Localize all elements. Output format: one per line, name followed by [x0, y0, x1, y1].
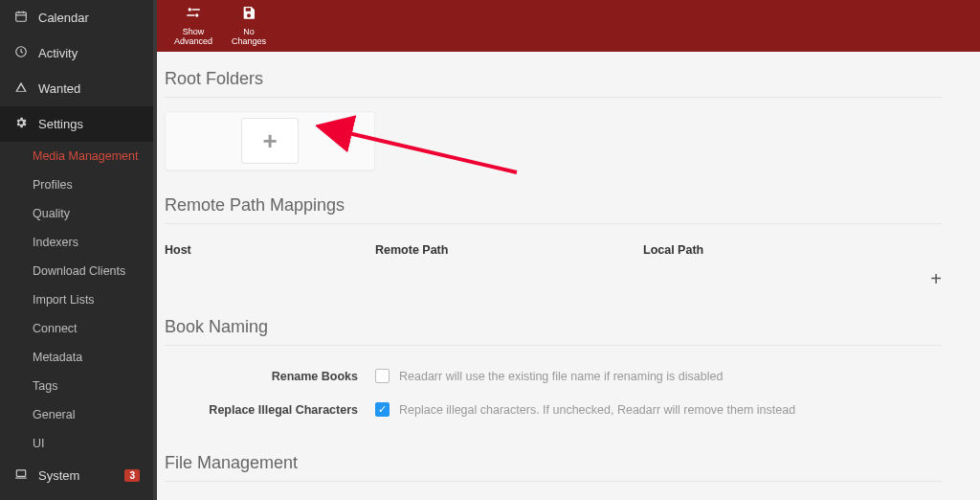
hint-rename-books: Readarr will use the existing file name … [399, 370, 723, 383]
tool-label-line1: No [243, 27, 255, 36]
sidebar-sub-media-management[interactable]: Media Management [0, 142, 153, 170]
sidebar-item-settings[interactable]: Settings [0, 106, 153, 142]
sidebar-item-label: System [38, 468, 79, 483]
add-remote-mapping-button[interactable]: + [165, 262, 942, 290]
label-rename-books: Rename Books [165, 370, 375, 383]
plus-icon: + [930, 268, 942, 289]
main: Show Advanced No Changes Root Folders + … [157, 0, 980, 500]
svg-rect-5 [16, 470, 25, 476]
sidebar-sub-ui[interactable]: UI [0, 429, 153, 458]
sidebar-sub-profiles[interactable]: Profiles [0, 170, 153, 199]
hint-replace-chars: Replace illegal characters. If unchecked… [399, 403, 795, 417]
sidebar-sub-general[interactable]: General [0, 400, 153, 429]
svg-rect-0 [16, 12, 27, 21]
sidebar-item-system[interactable]: System 3 [0, 458, 153, 493]
section-remote-mappings: Remote Path Mappings [165, 195, 942, 224]
content: Root Folders + Remote Path Mappings Host… [157, 52, 980, 500]
row-replace-chars: Replace Illegal Characters ✓ Replace ill… [165, 393, 942, 426]
sidebar-sub-metadata[interactable]: Metadata [0, 343, 153, 372]
tool-label-line2: Changes [232, 36, 266, 46]
sidebar-sub-connect[interactable]: Connect [0, 314, 153, 343]
system-badge: 3 [124, 469, 140, 482]
warning-icon [13, 80, 29, 97]
section-book-naming: Book Naming [165, 317, 942, 346]
sidebar-item-label: Wanted [38, 81, 80, 96]
gear-icon [13, 116, 29, 132]
sliders-icon [174, 5, 212, 24]
calendar-icon [13, 10, 29, 26]
laptop-icon [13, 467, 29, 484]
section-root-folders: Root Folders [165, 69, 942, 98]
sidebar-sub-download-clients[interactable]: Download Clients [0, 257, 153, 285]
plus-icon: + [262, 126, 277, 156]
sidebar-item-label: Settings [38, 117, 83, 131]
sidebar-item-label: Calendar [38, 11, 89, 25]
sidebar-item-activity[interactable]: Activity [0, 35, 153, 71]
sidebar-sub-indexers[interactable]: Indexers [0, 228, 153, 257]
clock-icon [13, 45, 29, 61]
save-icon [232, 5, 266, 24]
svg-rect-7 [192, 10, 200, 11]
sidebar-sub-quality[interactable]: Quality [0, 199, 153, 228]
remote-mappings-header: Host Remote Path Local Path [165, 238, 942, 262]
no-changes-button[interactable]: No Changes [226, 1, 272, 50]
col-host: Host [165, 243, 375, 257]
section-file-management: File Management [165, 453, 942, 482]
show-advanced-button[interactable]: Show Advanced [168, 1, 218, 50]
sidebar-item-label: Activity [38, 46, 78, 60]
row-ignore-deleted: Ignore Deleted Books Books deleted from … [165, 495, 942, 500]
app-root: Calendar Activity Wanted Settings Media … [0, 0, 980, 500]
col-local: Local Path [643, 243, 942, 257]
root-folder-add-card: + [165, 111, 375, 170]
svg-point-6 [189, 9, 191, 11]
sidebar: Calendar Activity Wanted Settings Media … [0, 0, 153, 500]
add-root-folder-button[interactable]: + [241, 118, 299, 164]
replace-chars-checkbox[interactable]: ✓ [375, 402, 390, 417]
rename-books-checkbox[interactable] [375, 369, 390, 383]
sidebar-sub-import-lists[interactable]: Import Lists [0, 285, 153, 314]
svg-point-8 [195, 14, 198, 17]
label-replace-chars: Replace Illegal Characters [165, 403, 375, 417]
svg-rect-9 [187, 15, 194, 17]
toolbar: Show Advanced No Changes [157, 0, 980, 52]
tool-label-line2: Advanced [174, 36, 212, 46]
sidebar-item-calendar[interactable]: Calendar [0, 0, 153, 35]
sidebar-item-wanted[interactable]: Wanted [0, 71, 153, 106]
tool-label-line1: Show [183, 27, 205, 36]
row-rename-books: Rename Books Readarr will use the existi… [165, 359, 942, 393]
col-remote: Remote Path [375, 243, 643, 257]
sidebar-sub-tags[interactable]: Tags [0, 372, 153, 400]
